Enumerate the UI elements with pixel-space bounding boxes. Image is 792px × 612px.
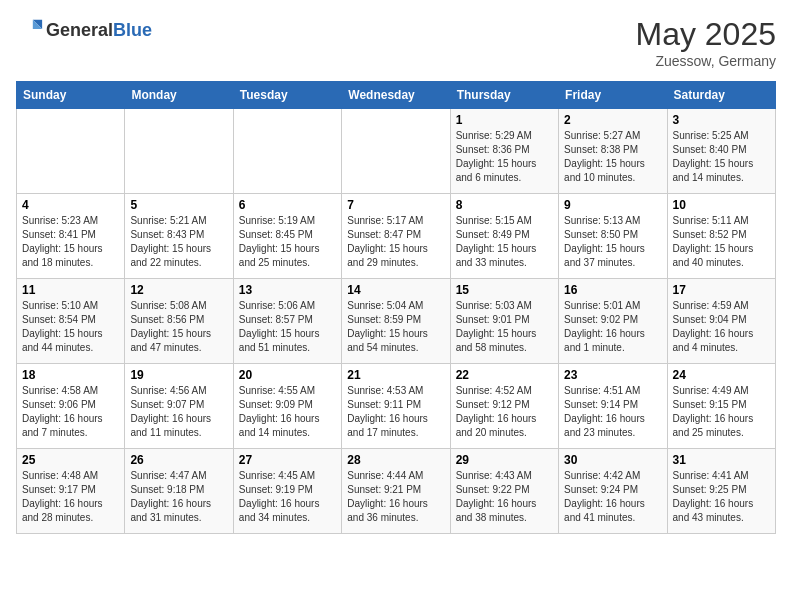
column-header-monday: Monday xyxy=(125,82,233,109)
day-info: Sunrise: 4:59 AM Sunset: 9:04 PM Dayligh… xyxy=(673,299,770,355)
day-number: 19 xyxy=(130,368,227,382)
calendar-cell: 1Sunrise: 5:29 AM Sunset: 8:36 PM Daylig… xyxy=(450,109,558,194)
calendar-cell: 28Sunrise: 4:44 AM Sunset: 9:21 PM Dayli… xyxy=(342,449,450,534)
column-header-sunday: Sunday xyxy=(17,82,125,109)
calendar-cell: 4Sunrise: 5:23 AM Sunset: 8:41 PM Daylig… xyxy=(17,194,125,279)
day-number: 27 xyxy=(239,453,336,467)
day-info: Sunrise: 4:42 AM Sunset: 9:24 PM Dayligh… xyxy=(564,469,661,525)
calendar-body: 1Sunrise: 5:29 AM Sunset: 8:36 PM Daylig… xyxy=(17,109,776,534)
calendar-cell: 24Sunrise: 4:49 AM Sunset: 9:15 PM Dayli… xyxy=(667,364,775,449)
day-number: 3 xyxy=(673,113,770,127)
day-info: Sunrise: 4:43 AM Sunset: 9:22 PM Dayligh… xyxy=(456,469,553,525)
day-number: 12 xyxy=(130,283,227,297)
day-number: 20 xyxy=(239,368,336,382)
day-number: 25 xyxy=(22,453,119,467)
day-number: 15 xyxy=(456,283,553,297)
day-info: Sunrise: 5:21 AM Sunset: 8:43 PM Dayligh… xyxy=(130,214,227,270)
calendar-cell: 5Sunrise: 5:21 AM Sunset: 8:43 PM Daylig… xyxy=(125,194,233,279)
day-number: 1 xyxy=(456,113,553,127)
day-number: 28 xyxy=(347,453,444,467)
logo: GeneralBlue xyxy=(16,16,152,44)
calendar-cell xyxy=(233,109,341,194)
day-info: Sunrise: 5:10 AM Sunset: 8:54 PM Dayligh… xyxy=(22,299,119,355)
week-row-4: 18Sunrise: 4:58 AM Sunset: 9:06 PM Dayli… xyxy=(17,364,776,449)
day-info: Sunrise: 5:06 AM Sunset: 8:57 PM Dayligh… xyxy=(239,299,336,355)
day-info: Sunrise: 5:03 AM Sunset: 9:01 PM Dayligh… xyxy=(456,299,553,355)
day-info: Sunrise: 5:08 AM Sunset: 8:56 PM Dayligh… xyxy=(130,299,227,355)
logo-blue-text: Blue xyxy=(113,20,152,40)
day-info: Sunrise: 4:55 AM Sunset: 9:09 PM Dayligh… xyxy=(239,384,336,440)
calendar-cell xyxy=(125,109,233,194)
calendar-cell: 8Sunrise: 5:15 AM Sunset: 8:49 PM Daylig… xyxy=(450,194,558,279)
calendar-cell: 30Sunrise: 4:42 AM Sunset: 9:24 PM Dayli… xyxy=(559,449,667,534)
week-row-2: 4Sunrise: 5:23 AM Sunset: 8:41 PM Daylig… xyxy=(17,194,776,279)
calendar-table: SundayMondayTuesdayWednesdayThursdayFrid… xyxy=(16,81,776,534)
day-info: Sunrise: 5:01 AM Sunset: 9:02 PM Dayligh… xyxy=(564,299,661,355)
day-number: 10 xyxy=(673,198,770,212)
day-info: Sunrise: 5:15 AM Sunset: 8:49 PM Dayligh… xyxy=(456,214,553,270)
day-number: 21 xyxy=(347,368,444,382)
column-header-friday: Friday xyxy=(559,82,667,109)
calendar-cell xyxy=(342,109,450,194)
month-title: May 2025 xyxy=(635,16,776,53)
day-info: Sunrise: 4:49 AM Sunset: 9:15 PM Dayligh… xyxy=(673,384,770,440)
week-row-5: 25Sunrise: 4:48 AM Sunset: 9:17 PM Dayli… xyxy=(17,449,776,534)
day-number: 18 xyxy=(22,368,119,382)
day-info: Sunrise: 4:45 AM Sunset: 9:19 PM Dayligh… xyxy=(239,469,336,525)
calendar-cell: 14Sunrise: 5:04 AM Sunset: 8:59 PM Dayli… xyxy=(342,279,450,364)
day-info: Sunrise: 4:53 AM Sunset: 9:11 PM Dayligh… xyxy=(347,384,444,440)
day-info: Sunrise: 5:27 AM Sunset: 8:38 PM Dayligh… xyxy=(564,129,661,185)
day-info: Sunrise: 4:58 AM Sunset: 9:06 PM Dayligh… xyxy=(22,384,119,440)
day-number: 5 xyxy=(130,198,227,212)
day-number: 14 xyxy=(347,283,444,297)
calendar-cell: 19Sunrise: 4:56 AM Sunset: 9:07 PM Dayli… xyxy=(125,364,233,449)
day-info: Sunrise: 4:47 AM Sunset: 9:18 PM Dayligh… xyxy=(130,469,227,525)
calendar-cell xyxy=(17,109,125,194)
week-row-1: 1Sunrise: 5:29 AM Sunset: 8:36 PM Daylig… xyxy=(17,109,776,194)
calendar-cell: 17Sunrise: 4:59 AM Sunset: 9:04 PM Dayli… xyxy=(667,279,775,364)
day-number: 26 xyxy=(130,453,227,467)
day-info: Sunrise: 5:11 AM Sunset: 8:52 PM Dayligh… xyxy=(673,214,770,270)
day-number: 11 xyxy=(22,283,119,297)
column-header-wednesday: Wednesday xyxy=(342,82,450,109)
calendar-cell: 23Sunrise: 4:51 AM Sunset: 9:14 PM Dayli… xyxy=(559,364,667,449)
day-number: 13 xyxy=(239,283,336,297)
calendar-cell: 13Sunrise: 5:06 AM Sunset: 8:57 PM Dayli… xyxy=(233,279,341,364)
calendar-cell: 21Sunrise: 4:53 AM Sunset: 9:11 PM Dayli… xyxy=(342,364,450,449)
day-number: 31 xyxy=(673,453,770,467)
day-number: 16 xyxy=(564,283,661,297)
day-info: Sunrise: 5:04 AM Sunset: 8:59 PM Dayligh… xyxy=(347,299,444,355)
calendar-cell: 15Sunrise: 5:03 AM Sunset: 9:01 PM Dayli… xyxy=(450,279,558,364)
day-info: Sunrise: 4:51 AM Sunset: 9:14 PM Dayligh… xyxy=(564,384,661,440)
calendar-cell: 12Sunrise: 5:08 AM Sunset: 8:56 PM Dayli… xyxy=(125,279,233,364)
day-info: Sunrise: 4:56 AM Sunset: 9:07 PM Dayligh… xyxy=(130,384,227,440)
day-number: 8 xyxy=(456,198,553,212)
calendar-cell: 27Sunrise: 4:45 AM Sunset: 9:19 PM Dayli… xyxy=(233,449,341,534)
day-number: 7 xyxy=(347,198,444,212)
day-info: Sunrise: 5:19 AM Sunset: 8:45 PM Dayligh… xyxy=(239,214,336,270)
column-header-tuesday: Tuesday xyxy=(233,82,341,109)
calendar-cell: 29Sunrise: 4:43 AM Sunset: 9:22 PM Dayli… xyxy=(450,449,558,534)
day-number: 4 xyxy=(22,198,119,212)
logo-icon xyxy=(16,16,44,44)
calendar-cell: 20Sunrise: 4:55 AM Sunset: 9:09 PM Dayli… xyxy=(233,364,341,449)
calendar-cell: 11Sunrise: 5:10 AM Sunset: 8:54 PM Dayli… xyxy=(17,279,125,364)
day-number: 24 xyxy=(673,368,770,382)
calendar-cell: 7Sunrise: 5:17 AM Sunset: 8:47 PM Daylig… xyxy=(342,194,450,279)
title-block: May 2025 Zuessow, Germany xyxy=(635,16,776,69)
day-number: 23 xyxy=(564,368,661,382)
location-title: Zuessow, Germany xyxy=(635,53,776,69)
day-info: Sunrise: 5:17 AM Sunset: 8:47 PM Dayligh… xyxy=(347,214,444,270)
day-info: Sunrise: 4:44 AM Sunset: 9:21 PM Dayligh… xyxy=(347,469,444,525)
week-row-3: 11Sunrise: 5:10 AM Sunset: 8:54 PM Dayli… xyxy=(17,279,776,364)
day-number: 29 xyxy=(456,453,553,467)
calendar-cell: 31Sunrise: 4:41 AM Sunset: 9:25 PM Dayli… xyxy=(667,449,775,534)
day-info: Sunrise: 5:25 AM Sunset: 8:40 PM Dayligh… xyxy=(673,129,770,185)
day-info: Sunrise: 4:48 AM Sunset: 9:17 PM Dayligh… xyxy=(22,469,119,525)
day-number: 9 xyxy=(564,198,661,212)
header-row: SundayMondayTuesdayWednesdayThursdayFrid… xyxy=(17,82,776,109)
day-number: 2 xyxy=(564,113,661,127)
calendar-cell: 9Sunrise: 5:13 AM Sunset: 8:50 PM Daylig… xyxy=(559,194,667,279)
calendar-cell: 6Sunrise: 5:19 AM Sunset: 8:45 PM Daylig… xyxy=(233,194,341,279)
day-number: 22 xyxy=(456,368,553,382)
